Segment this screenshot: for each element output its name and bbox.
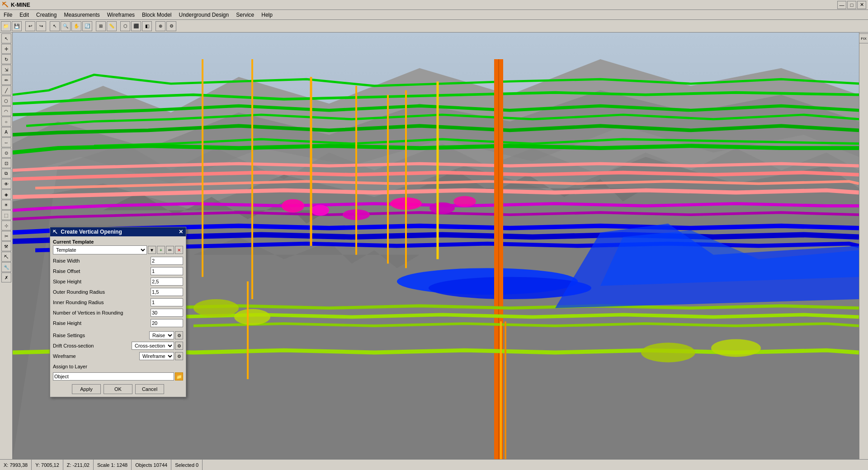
template-delete-btn[interactable]: ✕ xyxy=(175,246,183,254)
toolbar-save[interactable]: 💾 xyxy=(12,21,22,31)
sb-misc6[interactable]: 🔧 xyxy=(1,262,11,272)
status-scale: Scale 1: 1248 xyxy=(94,460,132,470)
sb-light[interactable]: ☀ xyxy=(1,200,11,210)
svg-point-14 xyxy=(453,196,476,207)
toolbar-pointer[interactable]: ↖ xyxy=(50,21,60,31)
toolbar-undo[interactable]: ↩ xyxy=(25,21,35,31)
layer-browse-btn[interactable]: 📁 xyxy=(175,372,183,381)
sb-iso[interactable]: ◈ xyxy=(1,189,11,199)
toolbar-wireframe[interactable]: ⬡ xyxy=(120,21,130,31)
sb-dim[interactable]: ↔ xyxy=(1,137,11,147)
sb-snap1[interactable]: ⊙ xyxy=(1,148,11,158)
field-label-1: Raise Offset xyxy=(53,268,151,274)
maximize-button[interactable]: □ xyxy=(847,1,856,9)
field-input-0[interactable] xyxy=(151,257,183,265)
assign-layer-label: Assign to Layer xyxy=(53,364,183,369)
toolbar-settings[interactable]: ⚙ xyxy=(166,21,176,31)
sb-misc4[interactable]: ⚒ xyxy=(1,241,11,251)
apply-button[interactable]: Apply xyxy=(72,384,101,394)
layer-row: 📁 xyxy=(53,372,183,381)
field-input-3[interactable] xyxy=(151,288,183,296)
toolbar-redo[interactable]: ↪ xyxy=(36,21,46,31)
template-select[interactable]: Template xyxy=(53,245,147,254)
field-row-0: Raise Width xyxy=(53,256,183,265)
field-input-1[interactable] xyxy=(151,267,183,275)
menubar-item-measurements[interactable]: Measurements xyxy=(60,11,103,19)
sb-select[interactable]: ↖ xyxy=(1,33,11,43)
viewport[interactable]: ⛏ Create Vertical Opening ✕ Current Temp… xyxy=(13,33,859,459)
rsb-btn1[interactable]: FIX xyxy=(859,33,868,43)
field-row-3: Outer Rounding Radius xyxy=(53,287,183,296)
sb-misc7[interactable]: ✗ xyxy=(1,273,11,282)
raise-settings-btn[interactable]: ⚙ xyxy=(175,331,183,339)
toolbar-open[interactable]: 📁 xyxy=(1,21,11,31)
form-fields: Raise WidthRaise OffsetSlope HeightOuter… xyxy=(53,256,183,328)
toolbar-layer[interactable]: ◧ xyxy=(142,21,152,31)
sb-arc[interactable]: ◠ xyxy=(1,106,11,116)
menubar-item-help[interactable]: Help xyxy=(258,11,276,19)
toolbar-snap[interactable]: ⊕ xyxy=(156,21,165,31)
field-row-2: Slope Height xyxy=(53,277,183,286)
sb-misc2[interactable]: ⊹ xyxy=(1,221,11,230)
sb-draw[interactable]: ✏ xyxy=(1,75,11,85)
toolbar-measure[interactable]: 📏 xyxy=(107,21,117,31)
titlebar: ⛏ K-MINE — □ ✕ xyxy=(0,0,868,10)
menubar-item-file[interactable]: File xyxy=(0,11,16,19)
menubar-item-block-model[interactable]: Block Model xyxy=(138,11,175,19)
sb-misc1[interactable]: ⬚ xyxy=(1,210,11,220)
raise-settings-select[interactable]: Raise xyxy=(149,331,174,339)
sb-rotate[interactable]: ↻ xyxy=(1,54,11,64)
sb-view[interactable]: 👁 xyxy=(1,179,11,189)
ok-button[interactable]: OK xyxy=(104,384,132,394)
sb-snap2[interactable]: ⊡ xyxy=(1,158,11,168)
wireframe-row: Wireframe Wireframe ⚙ xyxy=(53,352,183,361)
sb-line[interactable]: ╱ xyxy=(1,85,11,95)
right-sidebar: FIX xyxy=(859,33,868,459)
dialog-close-button[interactable]: ✕ xyxy=(179,229,183,235)
template-dropdown-btn[interactable]: ▼ xyxy=(148,246,156,254)
template-add-btn[interactable]: + xyxy=(157,246,165,254)
sb-poly[interactable]: ⬡ xyxy=(1,96,11,106)
menubar-item-edit[interactable]: Edit xyxy=(16,11,33,19)
toolbar-rotate[interactable]: 🔄 xyxy=(82,21,92,31)
sb-text[interactable]: A xyxy=(1,127,11,137)
field-input-4[interactable] xyxy=(151,298,183,306)
toolbar-pan[interactable]: ✋ xyxy=(71,21,81,31)
sb-misc3[interactable]: ✂ xyxy=(1,231,11,241)
sb-move[interactable]: ✛ xyxy=(1,44,11,54)
drift-cross-row: Drift Cross-section Cross-section ⚙ xyxy=(53,341,183,350)
menubar-item-underground-design[interactable]: Underground Design xyxy=(175,11,232,19)
sb-circle[interactable]: ○ xyxy=(1,117,11,127)
toolbar-solid[interactable]: ⬛ xyxy=(131,21,141,31)
raise-settings-row: Raise Settings Raise ⚙ xyxy=(53,331,183,340)
field-input-6[interactable] xyxy=(151,319,183,327)
close-button[interactable]: ✕ xyxy=(857,1,866,9)
svg-point-27 xyxy=(234,309,270,325)
field-input-5[interactable] xyxy=(151,309,183,317)
title-text: K-MINE xyxy=(11,2,30,8)
layer-input[interactable] xyxy=(53,372,174,381)
drift-cross-select[interactable]: Cross-section xyxy=(132,342,174,350)
field-label-2: Slope Height xyxy=(53,279,151,284)
menubar-item-service[interactable]: Service xyxy=(232,11,258,19)
sb-scale[interactable]: ⇲ xyxy=(1,65,11,75)
sb-layers[interactable]: ⧉ xyxy=(1,169,11,179)
svg-point-29 xyxy=(711,339,761,357)
field-input-2[interactable] xyxy=(151,277,183,286)
cancel-button[interactable]: Cancel xyxy=(135,384,164,394)
minimize-button[interactable]: — xyxy=(837,1,846,9)
dialog-title-content: ⛏ Create Vertical Opening xyxy=(53,229,122,235)
svg-point-9 xyxy=(282,199,304,213)
dialog-body: Current Template Template ▼ + ✏ ✕ Raise … xyxy=(50,236,186,397)
toolbar-zoom[interactable]: 🔍 xyxy=(61,21,71,31)
template-edit-btn[interactable]: ✏ xyxy=(166,246,174,254)
toolbar: 📁 💾 ↩ ↪ ↖ 🔍 ✋ 🔄 ⊞ 📏 ⬡ ⬛ ◧ ⊕ ⚙ xyxy=(0,20,868,33)
menubar-item-wireframes[interactable]: Wireframes xyxy=(104,11,138,19)
toolbar-grid[interactable]: ⊞ xyxy=(96,21,106,31)
menubar-item-creating[interactable]: Creating xyxy=(33,11,60,19)
drift-cross-btn[interactable]: ⚙ xyxy=(175,342,183,350)
sb-misc5[interactable]: ⛏ xyxy=(1,252,11,262)
wireframe-btn[interactable]: ⚙ xyxy=(175,352,183,360)
wireframe-select[interactable]: Wireframe xyxy=(139,352,174,360)
field-row-1: Raise Offset xyxy=(53,267,183,276)
